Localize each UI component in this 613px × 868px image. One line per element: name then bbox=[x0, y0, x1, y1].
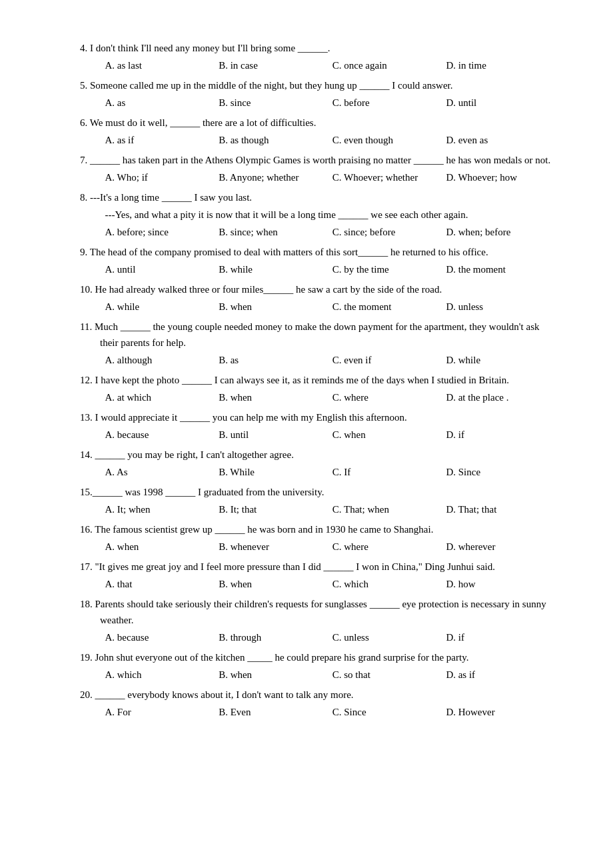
question-text: 4. I don't think I'll need any money but… bbox=[80, 40, 560, 56]
question-text: 8. ---It's a long time ______ I saw you … bbox=[80, 189, 560, 205]
option-b: B. when bbox=[219, 576, 332, 592]
option-d: D. if bbox=[446, 427, 560, 443]
option-d: D. However bbox=[446, 704, 560, 720]
question-block: 6. We must do it well, ______ there are … bbox=[80, 115, 560, 148]
option-c: C. once again bbox=[332, 57, 446, 73]
option-a: A. It; when bbox=[105, 501, 219, 517]
options-row: A. It; whenB. It; thatC. That; whenD. Th… bbox=[80, 501, 560, 517]
question-block: 20. ______ everybody knows about it, I d… bbox=[80, 687, 560, 720]
question-text: 11. Much ______ the young couple needed … bbox=[80, 319, 560, 351]
option-b: B. since; when bbox=[219, 224, 332, 240]
option-d: D. at the place . bbox=[446, 389, 560, 405]
options-row: A. at whichB. whenC. whereD. at the plac… bbox=[80, 389, 560, 405]
option-b: B. through bbox=[219, 629, 332, 645]
option-c: C. even though bbox=[332, 132, 446, 148]
option-a: A. as bbox=[105, 95, 219, 111]
option-d: D. how bbox=[446, 576, 560, 592]
option-c: C. when bbox=[332, 427, 446, 443]
options-row: A. althoughB. asC. even ifD. while bbox=[80, 352, 560, 368]
option-b: B. Anyone; whether bbox=[219, 169, 332, 185]
question-text: 13. I would appreciate it ______ you can… bbox=[80, 409, 560, 425]
options-row: A. whileB. whenC. the momentD. unless bbox=[80, 299, 560, 315]
option-d: D. in time bbox=[446, 57, 560, 73]
option-d: D. when; before bbox=[446, 224, 560, 240]
option-a: A. because bbox=[105, 427, 219, 443]
option-d: D. Since bbox=[446, 464, 560, 480]
question-text-2: ---Yes, and what a pity it is now that i… bbox=[80, 207, 560, 223]
option-a: A. because bbox=[105, 629, 219, 645]
options-row: A. asB. sinceC. beforeD. until bbox=[80, 95, 560, 111]
options-row: A. as lastB. in caseC. once againD. in t… bbox=[80, 57, 560, 73]
question-text: 10. He had already walked three or four … bbox=[80, 281, 560, 297]
option-d: D. if bbox=[446, 629, 560, 645]
option-a: A. until bbox=[105, 261, 219, 277]
option-a: A. As bbox=[105, 464, 219, 480]
question-block: 16. The famous scientist grew up ______ … bbox=[80, 521, 560, 555]
option-d: D. Whoever; how bbox=[446, 169, 560, 185]
options-row: A. Who; ifB. Anyone; whetherC. Whoever; … bbox=[80, 169, 560, 185]
option-b: B. when bbox=[219, 667, 332, 683]
option-a: A. although bbox=[105, 352, 219, 368]
option-a: A. at which bbox=[105, 389, 219, 405]
option-b: B. It; that bbox=[219, 501, 332, 517]
question-text: 17. "It gives me great joy and I feel mo… bbox=[80, 559, 560, 575]
options-row: A. before; sinceB. since; whenC. since; … bbox=[80, 224, 560, 240]
option-b: B. while bbox=[219, 261, 332, 277]
options-row: A. whichB. whenC. so thatD. as if bbox=[80, 667, 560, 683]
question-text: 15.______ was 1998 ______ I graduated fr… bbox=[80, 484, 560, 500]
option-b: B. in case bbox=[219, 57, 332, 73]
question-text: 9. The head of the company promised to d… bbox=[80, 244, 560, 260]
exam-content: 4. I don't think I'll need any money but… bbox=[80, 40, 560, 720]
option-a: A. as last bbox=[105, 57, 219, 73]
option-c: C. which bbox=[332, 576, 446, 592]
question-block: 5. Someone called me up in the middle of… bbox=[80, 77, 560, 111]
options-row: A. as ifB. as thoughC. even thoughD. eve… bbox=[80, 132, 560, 148]
option-b: B. since bbox=[219, 95, 332, 111]
question-block: 4. I don't think I'll need any money but… bbox=[80, 40, 560, 73]
question-text: 14. ______ you may be right, I can't alt… bbox=[80, 447, 560, 463]
question-block: 13. I would appreciate it ______ you can… bbox=[80, 409, 560, 443]
option-b: B. Even bbox=[219, 704, 332, 720]
question-text: 7. ______ has taken part in the Athens O… bbox=[80, 152, 560, 168]
question-text: 6. We must do it well, ______ there are … bbox=[80, 115, 560, 131]
option-b: B. when bbox=[219, 299, 332, 315]
options-row: A. AsB. WhileC. IfD. Since bbox=[80, 464, 560, 480]
option-c: C. Since bbox=[332, 704, 446, 720]
option-d: D. even as bbox=[446, 132, 560, 148]
option-b: B. as bbox=[219, 352, 332, 368]
option-d: D. wherever bbox=[446, 539, 560, 555]
option-d: D. until bbox=[446, 95, 560, 111]
option-c: C. where bbox=[332, 389, 446, 405]
question-block: 9. The head of the company promised to d… bbox=[80, 244, 560, 277]
option-a: A. which bbox=[105, 667, 219, 683]
option-a: A. that bbox=[105, 576, 219, 592]
question-block: 10. He had already walked three or four … bbox=[80, 281, 560, 315]
question-block: 12. I have kept the photo ______ I can a… bbox=[80, 372, 560, 405]
option-b: B. when bbox=[219, 389, 332, 405]
option-c: C. before bbox=[332, 95, 446, 111]
options-row: A. thatB. whenC. whichD. how bbox=[80, 576, 560, 592]
option-c: C. If bbox=[332, 464, 446, 480]
option-b: B. until bbox=[219, 427, 332, 443]
question-block: 7. ______ has taken part in the Athens O… bbox=[80, 152, 560, 185]
question-text: 16. The famous scientist grew up ______ … bbox=[80, 521, 560, 537]
question-block: 17. "It gives me great joy and I feel mo… bbox=[80, 559, 560, 592]
question-text: 20. ______ everybody knows about it, I d… bbox=[80, 687, 560, 703]
option-b: B. as though bbox=[219, 132, 332, 148]
options-row: A. becauseB. untilC. whenD. if bbox=[80, 427, 560, 443]
option-c: C. unless bbox=[332, 629, 446, 645]
option-a: A. For bbox=[105, 704, 219, 720]
option-a: A. when bbox=[105, 539, 219, 555]
question-block: 15.______ was 1998 ______ I graduated fr… bbox=[80, 484, 560, 517]
question-text: 19. John shut everyone out of the kitche… bbox=[80, 649, 560, 665]
option-c: C. by the time bbox=[332, 261, 446, 277]
option-b: B. whenever bbox=[219, 539, 332, 555]
option-c: C. even if bbox=[332, 352, 446, 368]
question-block: 19. John shut everyone out of the kitche… bbox=[80, 649, 560, 683]
options-row: A. becauseB. throughC. unlessD. if bbox=[80, 629, 560, 645]
options-row: A. untilB. whileC. by the timeD. the mom… bbox=[80, 261, 560, 277]
option-d: D. That; that bbox=[446, 501, 560, 517]
option-c: C. That; when bbox=[332, 501, 446, 517]
option-c: C. where bbox=[332, 539, 446, 555]
option-d: D. unless bbox=[446, 299, 560, 315]
